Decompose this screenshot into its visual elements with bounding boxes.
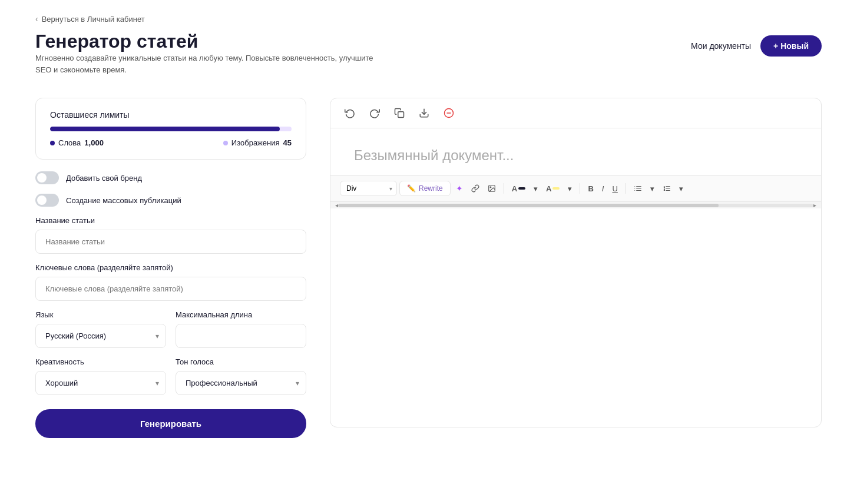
article-title-input[interactable] [35, 230, 306, 254]
rewrite-button[interactable]: ✏️ Rewrite [399, 181, 451, 196]
editor-body[interactable] [330, 208, 821, 420]
separator-2 [580, 183, 580, 194]
brand-toggle[interactable] [35, 171, 59, 184]
ordered-list-dropdown-arrow-icon: ▾ [679, 184, 683, 193]
ordered-list-dropdown-button[interactable]: ▾ [676, 182, 686, 195]
my-docs-button[interactable]: Мои документы [691, 41, 751, 51]
svg-point-5 [490, 187, 491, 188]
image-button[interactable] [485, 182, 499, 195]
highlight-dropdown-arrow-icon: ▾ [568, 184, 572, 193]
max-length-input[interactable]: 2000 [176, 324, 306, 348]
new-document-button[interactable]: + Новый [760, 35, 822, 57]
images-label: Изображения [231, 138, 280, 147]
unordered-list-dropdown-arrow-icon: ▾ [650, 184, 654, 193]
back-chevron-icon: ‹ [35, 14, 38, 24]
bold-button[interactable]: B [585, 182, 596, 195]
article-title-field: Название статьи [35, 216, 306, 263]
ai-sparkle-button[interactable]: ✦ [453, 181, 466, 195]
creativity-label: Креативность [35, 357, 166, 366]
scrollbar-track[interactable] [338, 204, 813, 207]
scroll-right-icon[interactable]: ▸ [813, 202, 816, 208]
words-dot [50, 141, 55, 145]
block-type-wrapper: Div Paragraph Heading 1 Heading 2 ▾ [340, 181, 397, 196]
creativity-select[interactable]: Хороший Отличный Средний [35, 371, 166, 395]
editor-panel: Безымянный документ... Div Paragraph Hea… [330, 98, 822, 427]
highlight-button[interactable]: A [543, 182, 562, 195]
svg-rect-0 [398, 112, 404, 118]
words-limit: Слова 1,000 [50, 138, 104, 147]
limits-progress-fill [50, 127, 280, 131]
italic-button[interactable]: I [599, 182, 607, 195]
link-button[interactable] [468, 182, 482, 195]
generate-button[interactable]: Генерировать [35, 409, 306, 438]
separator-3 [626, 183, 626, 194]
limits-title: Оставшиеся лимиты [50, 110, 292, 120]
language-label: Язык [35, 310, 166, 319]
images-value: 45 [283, 138, 292, 147]
mass-toggle-row: Создание массовых публикаций [35, 194, 306, 207]
text-color-A-icon: A [512, 184, 517, 193]
tone-select[interactable]: Профессиональный Дружелюбный Нейтральный [176, 371, 306, 395]
highlight-A-icon: A [546, 184, 551, 193]
left-panel: Оставшиеся лимиты Слова 1,000 Изображени… [35, 98, 306, 438]
delete-button[interactable] [441, 105, 456, 121]
max-length-field: Максимальная длина 2000 [176, 310, 306, 348]
limits-progress-bar [50, 127, 292, 131]
scrollbar-thumb [338, 204, 719, 207]
page-title: Генератор статей [35, 31, 389, 52]
text-color-indicator [518, 187, 525, 190]
underline-button[interactable]: U [609, 182, 620, 195]
ordered-list-button[interactable] [660, 182, 674, 195]
article-title-label: Название статьи [35, 216, 306, 225]
back-link-text: Вернуться в Личный кабинет [42, 15, 145, 24]
underline-icon: U [612, 184, 617, 193]
page-subtitle: Мгновенно создавайте уникальные статьи н… [35, 52, 389, 75]
bold-icon: B [588, 184, 593, 193]
highlight-dropdown-button[interactable]: ▾ [565, 182, 575, 195]
text-color-button[interactable]: A [509, 182, 528, 195]
editor-toolbar-top [330, 98, 821, 128]
tone-field: Тон голоса Профессиональный Дружелюбный … [176, 357, 306, 395]
language-select[interactable]: Русский (Россия) English Deutsch Françai… [35, 324, 166, 348]
rewrite-label: Rewrite [419, 184, 443, 193]
mass-toggle-label: Создание массовых публикаций [66, 196, 181, 205]
max-length-label: Максимальная длина [176, 310, 306, 319]
unordered-list-button[interactable] [631, 182, 645, 195]
back-link[interactable]: ‹ Вернуться в Личный кабинет [35, 14, 145, 24]
rewrite-pencil-icon: ✏️ [407, 184, 416, 193]
brand-toggle-label: Добавить свой бренд [66, 174, 142, 183]
block-type-select[interactable]: Div Paragraph Heading 1 Heading 2 [340, 181, 397, 196]
language-field: Язык Русский (Россия) English Deutsch Fr… [35, 310, 166, 348]
copy-button[interactable] [392, 105, 407, 121]
highlight-indicator [552, 187, 560, 190]
text-color-dropdown-button[interactable]: ▾ [531, 182, 541, 195]
unordered-list-dropdown-button[interactable]: ▾ [647, 182, 657, 195]
text-color-dropdown-arrow-icon: ▾ [534, 184, 538, 193]
brand-toggle-row: Добавить свой бренд [35, 171, 306, 184]
limits-card: Оставшиеся лимиты Слова 1,000 Изображени… [35, 98, 306, 160]
redo-button[interactable] [367, 105, 382, 121]
doc-title-area[interactable]: Безымянный документ... [330, 128, 821, 175]
format-toolbar: Div Paragraph Heading 1 Heading 2 ▾ ✏️ R… [330, 175, 821, 201]
doc-title-placeholder: Безымянный документ... [354, 147, 514, 163]
keywords-label: Ключевые слова (разделяйте запятой) [35, 263, 306, 272]
keywords-field: Ключевые слова (разделяйте запятой) [35, 263, 306, 310]
mass-toggle[interactable] [35, 194, 59, 207]
creativity-field: Креативность Хороший Отличный Средний ▾ [35, 357, 166, 395]
keywords-input[interactable] [35, 277, 306, 301]
download-button[interactable] [416, 105, 432, 121]
editor-scrollbar-row: ◂ ▸ [330, 201, 821, 208]
words-label: Слова [58, 138, 81, 147]
tone-label: Тон голоса [176, 357, 306, 366]
undo-button[interactable] [342, 105, 358, 121]
separator-1 [504, 183, 504, 194]
italic-icon: I [602, 184, 604, 193]
images-limit: Изображения 45 [223, 138, 292, 147]
words-value: 1,000 [84, 138, 104, 147]
images-dot [223, 141, 228, 145]
